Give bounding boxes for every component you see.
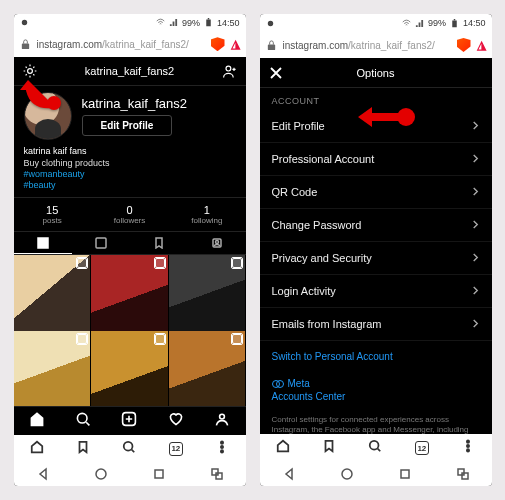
nav-activity[interactable] — [168, 411, 184, 431]
post-thumbnail[interactable] — [14, 255, 91, 332]
android-system-nav — [260, 462, 492, 486]
sys-back[interactable] — [36, 467, 50, 481]
svg-point-22 — [267, 20, 272, 25]
browser-home-icon[interactable] — [276, 439, 290, 457]
sys-screenshot[interactable] — [210, 467, 224, 481]
browser-bottom-bar: 12 — [14, 435, 246, 462]
hashtag[interactable]: #womanbeauty — [24, 169, 236, 180]
tab-feed[interactable] — [72, 232, 130, 254]
browser-url-bar[interactable]: instagram.com/katrina_kaif_fans2/ ◮ — [260, 32, 492, 58]
stat-posts[interactable]: 15 posts — [14, 198, 91, 231]
section-account-label: ACCOUNT — [260, 88, 492, 110]
option-qr-code[interactable]: QR Code — [260, 176, 492, 209]
chevron-right-icon — [471, 120, 480, 132]
sys-home[interactable] — [340, 467, 354, 481]
stat-following[interactable]: 1 following — [168, 198, 245, 231]
browser-home-icon[interactable] — [30, 440, 44, 458]
tab-saved[interactable] — [130, 232, 188, 254]
wifi-icon — [156, 18, 165, 27]
svg-point-30 — [342, 469, 352, 479]
lock-icon — [266, 40, 277, 51]
chevron-right-icon — [471, 285, 480, 297]
instagram-bottom-nav — [14, 406, 246, 435]
battery-percent: 99% — [182, 18, 200, 28]
discover-people-icon[interactable] — [222, 63, 238, 79]
post-thumbnail[interactable] — [91, 331, 168, 406]
options-list: ACCOUNT Edit Profile Professional Accoun… — [260, 88, 492, 434]
post-thumbnail[interactable] — [14, 331, 91, 406]
brave-shield-icon[interactable] — [457, 38, 471, 52]
settings-gear-icon[interactable] — [22, 63, 38, 79]
stat-followers[interactable]: 0 followers — [91, 198, 168, 231]
svg-point-10 — [77, 413, 87, 423]
brave-logo-icon[interactable]: ◮ — [477, 38, 486, 52]
carousel-icon — [155, 258, 165, 268]
sys-recent[interactable] — [398, 467, 412, 481]
svg-point-12 — [220, 414, 225, 419]
svg-point-13 — [124, 442, 133, 451]
options-title: Options — [357, 67, 395, 79]
post-thumbnail[interactable] — [169, 255, 246, 332]
lock-icon — [20, 39, 31, 50]
sys-recent[interactable] — [152, 467, 166, 481]
profile-header: katrina_kaif_fans2 Edit Profile — [14, 86, 246, 146]
browser-bottom-bar: 12 — [260, 434, 492, 462]
svg-point-9 — [215, 241, 218, 244]
svg-rect-31 — [401, 470, 409, 478]
avatar[interactable] — [24, 92, 72, 140]
chevron-right-icon — [471, 252, 480, 264]
nav-search[interactable] — [75, 411, 91, 431]
accounts-center-link[interactable]: Accounts Center — [260, 389, 492, 412]
carousel-icon — [77, 334, 87, 344]
carousel-icon — [77, 258, 87, 268]
phone-right: 99% 14:50 instagram.com/katrina_kaif_fan… — [260, 14, 492, 486]
tab-grid[interactable] — [14, 232, 72, 254]
option-change-password[interactable]: Change Password — [260, 209, 492, 242]
sys-home[interactable] — [94, 467, 108, 481]
option-edit-profile[interactable]: Edit Profile — [260, 110, 492, 143]
signal-icon — [169, 18, 178, 27]
clock: 14:50 — [463, 18, 486, 28]
option-login-activity[interactable]: Login Activity — [260, 275, 492, 308]
svg-point-5 — [226, 66, 231, 71]
switch-personal-link[interactable]: Switch to Personal Account — [260, 341, 492, 372]
browser-bookmark-icon[interactable] — [76, 440, 90, 458]
option-emails[interactable]: Emails from Instagram — [260, 308, 492, 341]
svg-point-17 — [96, 469, 106, 479]
hashtag[interactable]: #beauty — [24, 180, 236, 191]
close-icon[interactable] — [268, 65, 284, 81]
tab-tagged[interactable] — [188, 232, 246, 254]
option-privacy-security[interactable]: Privacy and Security — [260, 242, 492, 275]
nav-home[interactable] — [29, 411, 45, 431]
android-status-bar: 99% 14:50 — [14, 14, 246, 32]
browser-search-icon[interactable] — [122, 440, 136, 458]
sys-screenshot[interactable] — [456, 467, 470, 481]
svg-rect-33 — [462, 473, 468, 479]
browser-url-bar[interactable]: instagram.com/katrina_kaif_fans2/ ◮ — [14, 32, 246, 57]
nav-create[interactable] — [121, 411, 137, 431]
notification-dot-icon — [266, 19, 275, 28]
option-professional-account[interactable]: Professional Account — [260, 143, 492, 176]
browser-bookmark-icon[interactable] — [322, 439, 336, 457]
nav-profile[interactable] — [214, 411, 230, 431]
svg-point-4 — [27, 69, 32, 74]
post-thumbnail[interactable] — [91, 255, 168, 332]
topbar-username: katrina_kaif_fans2 — [85, 65, 174, 77]
edit-profile-button[interactable]: Edit Profile — [82, 115, 173, 136]
meta-brand: Meta — [260, 372, 492, 389]
browser-tabs-count[interactable]: 12 — [169, 442, 183, 456]
browser-menu-icon[interactable] — [461, 439, 475, 457]
meta-logo-icon — [272, 380, 284, 388]
browser-menu-icon[interactable] — [215, 440, 229, 458]
posts-grid — [14, 255, 246, 406]
brave-logo-icon[interactable]: ◮ — [231, 37, 240, 51]
carousel-icon — [232, 258, 242, 268]
browser-search-icon[interactable] — [368, 439, 382, 457]
profile-top-bar: katrina_kaif_fans2 — [14, 57, 246, 86]
brave-shield-icon[interactable] — [211, 37, 225, 51]
post-thumbnail[interactable] — [169, 331, 246, 406]
browser-tabs-count[interactable]: 12 — [415, 441, 429, 455]
display-name: katrina kaif fans — [24, 146, 236, 157]
profile-username: katrina_kaif_fans2 — [82, 96, 188, 111]
sys-back[interactable] — [282, 467, 296, 481]
